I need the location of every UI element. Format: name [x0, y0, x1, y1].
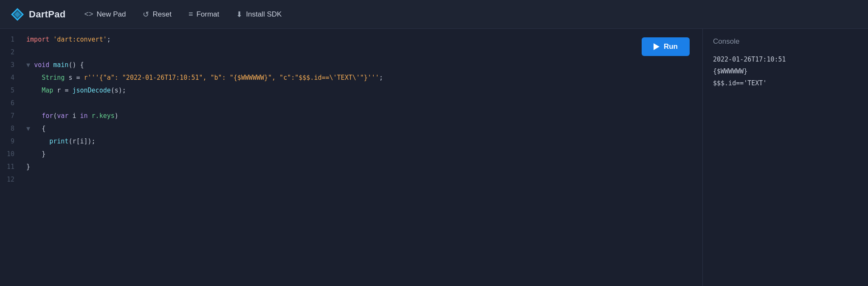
format-icon: ≡: [189, 10, 193, 19]
console-line: 2022-01-26T17:10:51: [713, 53, 858, 65]
navbar: DartPad <> New Pad ↺ Reset ≡ Format ⬇ In…: [0, 0, 868, 29]
reset-label: Reset: [152, 10, 171, 19]
install-sdk-button[interactable]: ⬇ Install SDK: [229, 6, 288, 22]
console-line: $$$.id=='TEXT': [713, 77, 858, 89]
dartpad-logo-icon: [10, 7, 25, 22]
run-button[interactable]: Run: [642, 37, 690, 56]
main-content: Run 123456789101112 import 'dart:convert…: [0, 29, 868, 286]
reset-button[interactable]: ↺ Reset: [136, 6, 178, 22]
console-line: {$WWWWWW}: [713, 65, 858, 77]
console-title: Console: [713, 37, 858, 46]
run-play-icon: [654, 43, 659, 50]
format-label: Format: [196, 10, 219, 19]
install-sdk-label: Install SDK: [246, 10, 282, 19]
new-pad-label: New Pad: [97, 10, 126, 19]
logo-label: DartPad: [29, 9, 65, 20]
format-button[interactable]: ≡ Format: [182, 6, 226, 22]
logo-area: DartPad: [10, 7, 65, 22]
line-numbers: 123456789101112: [0, 33, 21, 282]
new-pad-icon: <>: [84, 10, 93, 19]
reset-icon: ↺: [143, 10, 149, 19]
new-pad-button[interactable]: <> New Pad: [77, 6, 132, 22]
console-output: 2022-01-26T17:10:51{$WWWWWW}$$$.id=='TEX…: [713, 53, 858, 89]
console-panel: Console 2022-01-26T17:10:51{$WWWWWW}$$$.…: [702, 29, 868, 286]
run-label: Run: [664, 42, 678, 51]
editor-panel: Run 123456789101112 import 'dart:convert…: [0, 29, 702, 286]
code-lines[interactable]: import 'dart:convert'; ▼ void main() { S…: [21, 33, 702, 282]
editor-area[interactable]: 123456789101112 import 'dart:convert'; ▼…: [0, 29, 702, 286]
install-sdk-icon: ⬇: [236, 10, 242, 19]
